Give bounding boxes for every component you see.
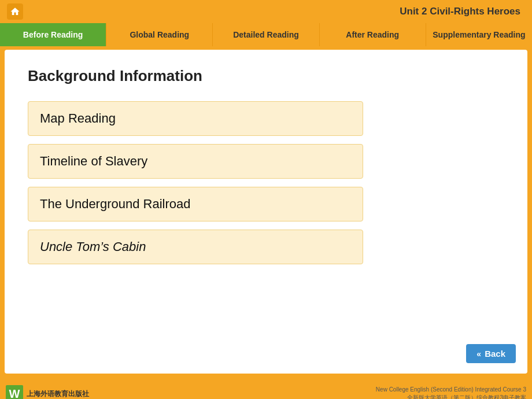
menu-item-uncle-tom[interactable]: Uncle Tom’s Cabin [28,230,363,264]
nav-tabs: Before Reading Global Reading Detailed R… [0,23,532,46]
home-icon[interactable] [7,3,23,20]
tab-supplementary-reading[interactable]: Supplementary Reading [426,23,532,46]
publisher-name: 上海外语教育出版社 [27,389,89,399]
footer-logo: W 上海外语教育出版社 [6,385,89,399]
main-content: Background Information Map Reading Timel… [5,50,527,374]
content-wrapper: Background Information Map Reading Timel… [0,50,532,399]
section-title: Background Information [28,67,504,85]
unit-title: Unit 2 Civil-Rights Heroes [400,6,520,17]
footer-info: New College English (Second Edition) Int… [376,386,526,399]
menu-item-underground-railroad[interactable]: The Underground Railroad [28,187,363,221]
footer-info-line1: New College English (Second Edition) Int… [376,386,526,394]
menu-item-timeline-slavery[interactable]: Timeline of Slavery [28,144,363,179]
tab-before-reading[interactable]: Before Reading [0,23,106,46]
tab-global-reading[interactable]: Global Reading [106,23,213,46]
top-bar: Unit 2 Civil-Rights Heroes [0,0,532,23]
footer-info-line2: 全新版大学英语（第二版）综合教程3电子教案 [376,394,526,399]
footer: W 上海外语教育出版社 New College English (Second … [0,383,532,399]
publisher-logo: W [6,385,23,399]
tab-after-reading[interactable]: After Reading [320,23,426,46]
back-arrows-icon: « [476,349,481,359]
back-button[interactable]: « Back [466,344,516,363]
tab-detailed-reading[interactable]: Detailed Reading [213,23,319,46]
back-button-label: Back [485,349,505,359]
menu-item-map-reading[interactable]: Map Reading [28,101,363,136]
